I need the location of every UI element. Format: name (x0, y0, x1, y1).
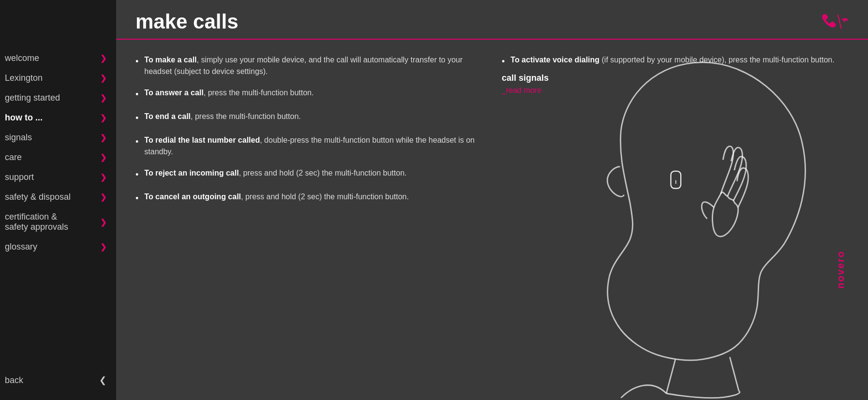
sidebar-item-certification[interactable]: certification & safety approvals❯ (0, 207, 116, 237)
sidebar-item-signals[interactable]: signals❯ (0, 128, 116, 148)
nav-label-certification: certification & safety approvals (5, 212, 68, 232)
bullet-dot: • (135, 135, 138, 148)
sidebar-item-glossary[interactable]: glossary❯ (0, 237, 116, 257)
nav-label-care: care (5, 152, 22, 163)
nav-chevron-care: ❯ (100, 153, 106, 162)
bullet-item-redial: •To redial the last number called, doubl… (135, 134, 482, 158)
bullet-text-end-call: To end a call, press the multi-function … (144, 111, 300, 122)
nav-chevron-certification: ❯ (100, 218, 106, 227)
bullet-dot: • (135, 88, 138, 101)
bullet-dot: • (135, 55, 138, 68)
bullet-dot: • (502, 55, 505, 68)
bullet-bold-make-call: To make a call (144, 56, 196, 64)
back-chevron-icon: ❮ (99, 375, 106, 385)
page-title: make calls (135, 10, 239, 33)
content-area: •To make a call, simply use your mobile … (116, 40, 868, 400)
bullet-bold-reject-call: To reject an incoming call (144, 169, 239, 177)
bullet-dot: • (135, 112, 138, 125)
bullet-bold-answer-call: To answer a call (144, 89, 203, 97)
nav-chevron-how-to: ❯ (100, 113, 106, 122)
main-content: make calls •To make a call, simply use y… (116, 0, 868, 400)
bullet-text-reject-call: To reject an incoming call, press and ho… (144, 167, 406, 179)
sidebar: welcome❯Lexington❯getting started❯how to… (0, 0, 116, 400)
sidebar-item-care[interactable]: care❯ (0, 148, 116, 167)
bullet-item-reject-call: •To reject an incoming call, press and h… (135, 167, 482, 181)
bullet-rest-reject-call: , press and hold (2 sec) the multi-funct… (239, 169, 407, 177)
sidebar-item-support[interactable]: support❯ (0, 167, 116, 187)
nav-label-welcome: welcome (5, 53, 39, 63)
svg-rect-1 (671, 171, 681, 189)
nav-label-support: support (5, 172, 34, 182)
back-button[interactable]: back ❮ (0, 370, 116, 390)
nav-label-glossary: glossary (5, 242, 37, 252)
bullet-bold-cancel-call: To cancel an outgoing call (144, 193, 241, 201)
back-label: back (5, 375, 23, 385)
sidebar-item-lexington[interactable]: Lexington❯ (0, 68, 116, 88)
nav-chevron-glossary: ❯ (100, 242, 106, 252)
nav-label-lexington: Lexington (5, 73, 43, 83)
bullet-bold-redial: To redial the last number called (144, 136, 260, 144)
nav-chevron-signals: ❯ (100, 133, 106, 142)
nav-chevron-safety-disposal: ❯ (100, 193, 106, 202)
nav-chevron-lexington: ❯ (100, 74, 106, 83)
nav-chevron-support: ❯ (100, 173, 106, 182)
svg-line-0 (838, 15, 842, 29)
nav-chevron-welcome: ❯ (100, 54, 106, 63)
sidebar-item-safety-disposal[interactable]: safety & disposal❯ (0, 187, 116, 207)
nav-label-signals: signals (5, 133, 32, 143)
head-illustration (520, 40, 858, 400)
bullet-dot: • (135, 192, 138, 205)
bullet-text-cancel-call: To cancel an outgoing call, press and ho… (144, 191, 409, 203)
bullet-bold-end-call: To end a call (144, 112, 191, 120)
sidebar-item-getting-started[interactable]: getting started❯ (0, 88, 116, 108)
bullet-text-redial: To redial the last number called, double… (144, 134, 482, 158)
bullet-item-make-call: •To make a call, simply use your mobile … (135, 54, 482, 77)
bullet-rest-answer-call: , press the multi-function button. (204, 89, 314, 97)
bullet-text-answer-call: To answer a call, press the multi-functi… (144, 87, 314, 99)
bullet-dot: • (135, 168, 138, 181)
nav-chevron-getting-started: ❯ (100, 93, 106, 103)
brand-label: novero (835, 251, 846, 289)
right-column: • To activate voice dialing (if supporte… (502, 54, 849, 385)
nav-label-getting-started: getting started (5, 93, 60, 103)
phone-icon (820, 10, 849, 34)
page-header: make calls (116, 0, 868, 40)
sidebar-item-welcome[interactable]: welcome❯ (0, 48, 116, 68)
bullet-rest-end-call: , press the multi-function button. (191, 112, 301, 120)
bullet-item-cancel-call: •To cancel an outgoing call, press and h… (135, 191, 482, 205)
nav-label-safety-disposal: safety & disposal (5, 192, 71, 202)
bullet-text-make-call: To make a call, simply use your mobile d… (144, 54, 482, 77)
left-column: •To make a call, simply use your mobile … (135, 54, 482, 385)
bullet-item-end-call: •To end a call, press the multi-function… (135, 111, 482, 125)
bullet-rest-cancel-call: , press and hold (2 sec) the multi-funct… (241, 193, 409, 201)
bullet-item-answer-call: •To answer a call, press the multi-funct… (135, 87, 482, 101)
nav-label-how-to: how to ... (5, 113, 43, 123)
sidebar-item-how-to[interactable]: how to ...❯ (0, 108, 116, 128)
